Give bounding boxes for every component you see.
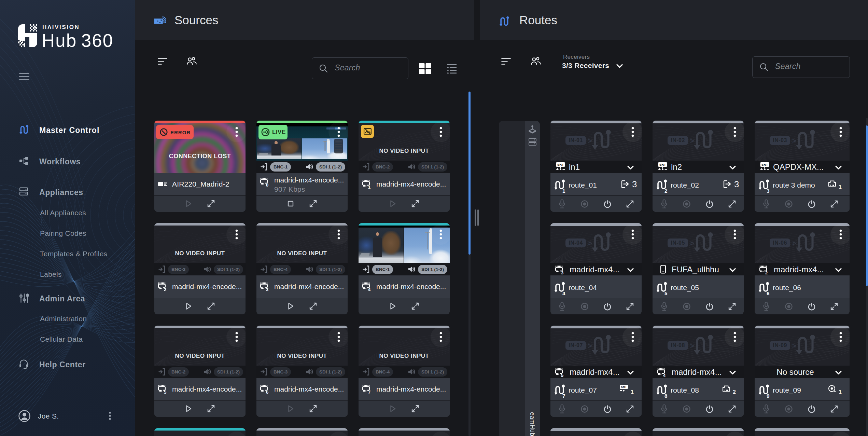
svg-text:5: 5 (561, 373, 564, 377)
svg-text:1: 1 (562, 188, 565, 193)
svg-text:5: 5 (664, 290, 667, 295)
svg-text:5: 5 (164, 390, 167, 394)
svg-text:3: 3 (561, 270, 564, 275)
svg-text:6: 6 (767, 290, 769, 295)
svg-text:SRT: SRT (557, 163, 564, 166)
svg-text:9: 9 (767, 393, 769, 398)
svg-text:7: 7 (562, 393, 565, 398)
svg-text:6: 6 (266, 390, 269, 394)
svg-text:2: 2 (164, 287, 167, 291)
svg-text:2: 2 (765, 270, 768, 275)
svg-text:2: 2 (664, 188, 667, 193)
svg-text:3: 3 (767, 188, 769, 193)
svg-text:SRT: SRT (621, 385, 627, 389)
svg-text:4: 4 (562, 290, 565, 295)
svg-text:4: 4 (663, 373, 666, 377)
svg-text:3: 3 (266, 287, 269, 291)
svg-text:8: 8 (664, 393, 667, 398)
svg-text:SRT: SRT (659, 163, 666, 166)
svg-text:SRT: SRT (761, 163, 768, 166)
svg-text:0: 0 (266, 182, 269, 187)
svg-text:7: 7 (368, 390, 371, 394)
svg-text:1: 1 (368, 185, 371, 189)
svg-text:4: 4 (368, 287, 371, 291)
